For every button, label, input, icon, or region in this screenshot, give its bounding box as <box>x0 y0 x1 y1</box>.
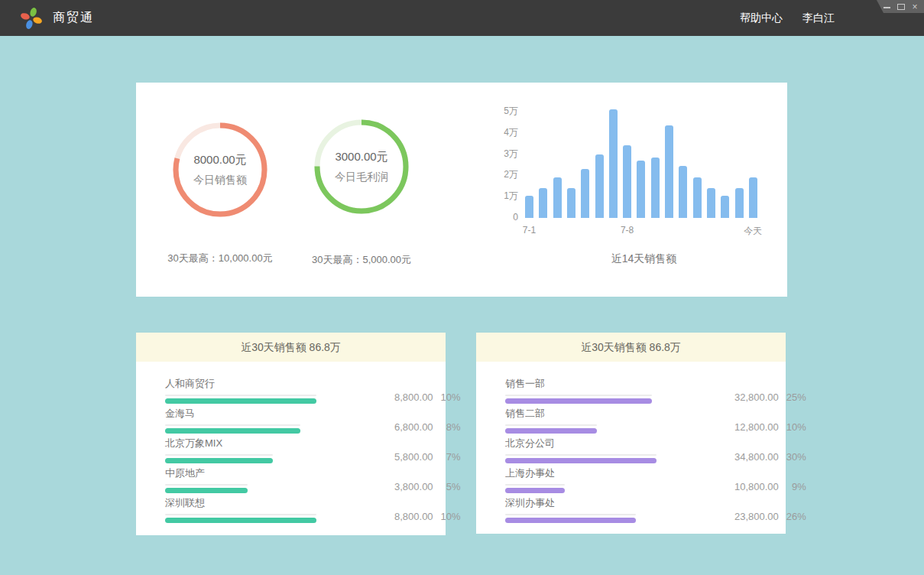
today-sales-label: 今日销售额 <box>193 174 247 187</box>
app-title: 商贸通 <box>53 10 94 26</box>
rank-bar-topline <box>165 484 248 486</box>
rank-amount: 8,800.00 <box>394 511 433 522</box>
today-profit-label: 今日毛利润 <box>335 171 388 184</box>
rank-amount: 32,800.00 <box>734 391 779 403</box>
rank-bar <box>165 398 316 404</box>
rank-bar-topline <box>165 454 273 456</box>
y-axis-tick: 2万 <box>489 169 518 180</box>
rank-row-label: 北京万象MIX <box>165 437 394 450</box>
rank-percent: 26% <box>779 511 806 522</box>
bar-day-10 <box>651 158 660 218</box>
bar-day-12 <box>679 166 687 218</box>
rank-row: 上海办事处10,800.009% <box>505 463 751 493</box>
rank-row: 中原地产3,800.005% <box>165 463 410 493</box>
rank-bar-topline <box>165 395 316 396</box>
department-rank-card: 近30天销售额 86.8万 销售一部32,800.0025%销售二部12,800… <box>476 333 786 534</box>
rank-row: 北京万象MIX5,800.007% <box>165 434 410 463</box>
rank-percent: 10% <box>779 421 806 433</box>
bar-day-17 <box>749 177 757 218</box>
profit-30day-max: 30天最高：5,000.00元 <box>281 253 442 267</box>
rank-amount: 5,800.00 <box>394 451 433 463</box>
customer-rank-rows: 人和商贸行8,800.0010%金海马6,800.008%北京万象MIX5,80… <box>136 362 446 523</box>
today-sales-donut: 8000.00元 今日销售额 <box>170 120 270 219</box>
x-axis-tick: 7-8 <box>621 225 634 236</box>
rank-row: 销售二部12,800.0010% <box>505 404 751 434</box>
app-logo-pinwheel-icon <box>19 6 44 31</box>
bar-day-15 <box>721 196 729 218</box>
bar-day-4 <box>567 188 575 218</box>
rank-bar <box>505 518 636 523</box>
rank-row: 深圳联想8,800.0010% <box>165 493 410 523</box>
maximize-icon[interactable] <box>897 3 905 11</box>
today-profit-donut: 3000.00元 今日毛利润 <box>312 117 411 216</box>
rank-amount: 34,800.00 <box>734 451 779 463</box>
bar-x-axis: 7-17-8今天 <box>525 225 763 239</box>
help-center-link[interactable]: 帮助中心 <box>740 11 783 25</box>
rank-row: 北京分公司34,800.0030% <box>505 434 751 463</box>
rank-row: 人和商贸行8,800.0010% <box>165 374 410 404</box>
rank-bar-topline <box>505 424 597 426</box>
rank-row-label: 深圳联想 <box>165 496 394 510</box>
rank-bar <box>505 458 657 463</box>
y-axis-tick: 3万 <box>489 148 518 160</box>
x-axis-tick: 7-1 <box>523 225 536 236</box>
close-icon[interactable]: × <box>911 3 919 11</box>
rank-bar <box>505 488 565 493</box>
rank-row-label: 销售二部 <box>505 407 734 421</box>
rank-bar-topline <box>165 424 300 426</box>
rank-amount: 8,800.00 <box>394 391 433 403</box>
customer-rank-card: 近30天销售额 86.8万 人和商贸行8,800.0010%金海马6,800.0… <box>136 333 446 535</box>
department-rank-header: 近30天销售额 86.8万 <box>476 333 786 362</box>
bar-plot: 5万4万3万2万1万0 <box>525 98 763 218</box>
rank-amount: 10,800.00 <box>734 481 779 492</box>
rank-bar <box>165 458 273 463</box>
rank-row-label: 销售一部 <box>505 377 734 391</box>
rank-amount: 6,800.00 <box>394 421 433 433</box>
rank-percent: 10% <box>433 391 461 403</box>
y-axis-tick: 5万 <box>489 106 518 117</box>
rank-amount: 12,800.00 <box>734 421 779 433</box>
x-axis-tick: 今天 <box>744 225 762 238</box>
bar-day-1 <box>525 196 533 218</box>
today-summary-card: 8000.00元 今日销售额 30天最高：10,000.00元 3000.00元… <box>136 83 787 297</box>
rank-percent: 8% <box>433 421 461 433</box>
rank-percent: 9% <box>779 481 806 492</box>
customer-rank-header: 近30天销售额 86.8万 <box>136 333 446 362</box>
rank-row-label: 人和商贸行 <box>165 377 394 391</box>
bar-day-5 <box>581 169 589 218</box>
rank-percent: 30% <box>779 451 806 463</box>
rank-percent: 25% <box>779 391 806 403</box>
rank-row: 销售一部32,800.0025% <box>505 374 751 404</box>
department-rank-rows: 销售一部32,800.0025%销售二部12,800.0010%北京分公司34,… <box>476 362 786 523</box>
sales-30day-max: 30天最高：10,000.00元 <box>140 252 300 265</box>
rank-bar-topline <box>505 484 565 486</box>
bar-day-11 <box>665 125 673 218</box>
today-profit-value: 3000.00元 <box>335 150 387 164</box>
bar-day-7 <box>609 109 618 218</box>
bar-day-2 <box>539 188 547 218</box>
minimize-icon[interactable] <box>883 3 891 11</box>
rank-row-label: 深圳办事处 <box>505 496 734 510</box>
bar-chart-title: 近14天销售额 <box>525 252 763 266</box>
rank-amount: 3,800.00 <box>394 481 433 492</box>
y-axis-tick: 4万 <box>489 127 518 138</box>
y-axis-tick: 0 <box>489 212 518 223</box>
rank-bar <box>505 428 597 434</box>
rank-bar <box>165 518 316 523</box>
rank-percent: 5% <box>433 481 461 492</box>
rank-percent: 7% <box>433 451 461 463</box>
bar-day-13 <box>693 177 702 218</box>
rank-row: 金海马6,800.008% <box>165 404 410 434</box>
sales-14day-bar-chart: 5万4万3万2万1万0 7-17-8今天 近14天销售额 <box>489 98 780 266</box>
user-menu[interactable]: 李白江 <box>802 11 835 25</box>
title-bar: 商贸通 帮助中心 李白江 × <box>0 0 924 36</box>
today-sales-value: 8000.00元 <box>193 153 246 167</box>
bar-day-9 <box>637 161 645 218</box>
rank-row-label: 中原地产 <box>165 466 394 480</box>
y-axis-tick: 1万 <box>489 190 518 202</box>
rank-bar-topline <box>165 514 316 515</box>
bar-day-14 <box>707 188 715 218</box>
rank-bar <box>165 488 248 493</box>
bar-day-8 <box>623 145 631 218</box>
bar-day-6 <box>595 154 604 218</box>
